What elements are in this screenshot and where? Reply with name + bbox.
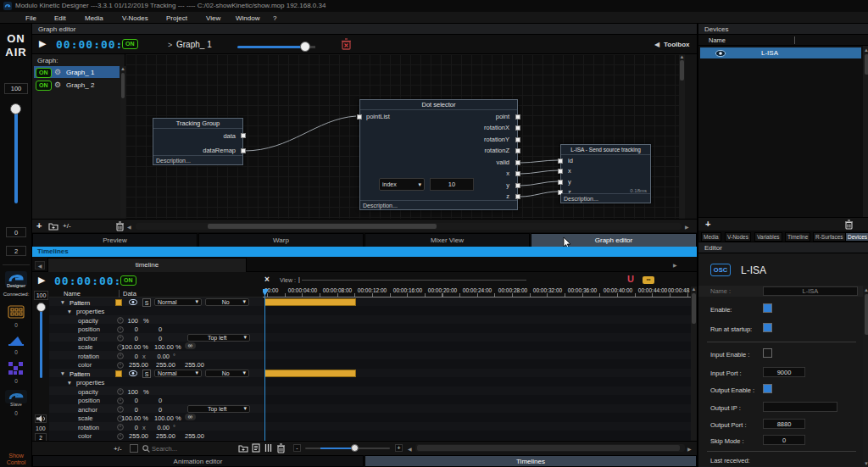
tree-open-icon[interactable]: ▾ [61,370,64,377]
input-port-x[interactable] [558,169,563,174]
tab-warp[interactable]: Warp [198,233,364,247]
add-device-button[interactable]: + [705,219,710,229]
tree-open-icon[interactable]: ▾ [68,308,71,315]
graph-delete-icon[interactable] [341,38,352,50]
scroll-up-icon[interactable]: ▲ [863,286,868,292]
track-group-row[interactable]: ▾ Pattern S Normal▾ No▾ [49,369,263,378]
tab-variables[interactable]: Variables [754,232,782,242]
node-dot-description[interactable]: Description... [360,200,517,209]
output-port-point[interactable] [515,114,520,120]
timeline-on-badge[interactable]: ON [120,275,136,286]
toolbox-collapse-icon[interactable]: ◀ [654,41,659,48]
timeline-fader-track[interactable] [40,306,42,378]
property-value-3[interactable]: 0.00 [153,424,170,431]
dot-mode-dropdown[interactable]: index ▾ [379,178,425,191]
graph-row-1-on-badge[interactable]: ON [36,68,52,78]
filter-checkbox[interactable] [130,444,138,453]
clip-pattern-2[interactable] [264,370,356,377]
track-subgroup-row[interactable]: ▾ properties [49,378,263,387]
tab-mixer-view[interactable]: Mixer View [364,233,530,247]
device-name[interactable]: L-ISA [761,49,778,57]
property-value-1[interactable]: 100.00 % [105,343,148,351]
output-port-dataremap[interactable] [241,148,246,153]
property-row-rotation[interactable]: rotation 0 x 0.00 ° [49,351,263,360]
speaker-icon[interactable] [36,414,47,423]
dot-index-value[interactable]: 10 [430,178,474,191]
scroll-down-icon[interactable]: ▼ [863,461,868,466]
graph-row-1-name[interactable]: Graph_ 1 [66,69,94,76]
timeline-vscroll-thumb[interactable] [692,293,696,324]
magnet-snap-icon[interactable]: U [627,274,634,284]
menu-media[interactable]: Media [85,14,103,22]
output-ip-value[interactable] [763,402,837,412]
blend-mode-dropdown[interactable]: Normal▾ [154,370,202,378]
trash-icon[interactable] [844,220,854,230]
property-row-opacity[interactable]: opacity 100 % [49,386,263,396]
track-group-row[interactable]: ▾ Pattern S Normal▾ No▾ [49,297,263,307]
property-value-3[interactable]: 255.00 [185,361,204,369]
property-row-opacity[interactable]: opacity 100 % [49,315,263,325]
input-port-y[interactable] [558,180,563,185]
property-value-1[interactable]: 0 [105,325,138,333]
enable-checkbox[interactable] [763,303,772,313]
devices-list[interactable]: L-ISA [698,46,863,217]
scroll-up-icon[interactable]: ▲ [679,54,685,59]
input-port-id[interactable] [558,158,563,164]
graph-speed-slider-knob[interactable] [300,42,310,52]
timeline-tabs-left-icon[interactable]: ◀ [35,261,45,270]
zoom-in-button[interactable]: + [395,444,403,452]
tracker-device-icon[interactable] [8,334,25,347]
property-value-1[interactable]: 0 [105,406,138,414]
fit-view-icon[interactable]: × [264,275,270,284]
property-row-position[interactable]: position 0 0 [49,396,263,405]
canvas-hscrollbar[interactable] [136,223,682,230]
node-lisa-description[interactable]: Description... [561,193,650,203]
clip-color-swatch[interactable] [115,299,122,306]
timeline-vscrollbar[interactable]: ▲ [691,286,697,441]
menu-help[interactable]: ? [273,14,276,22]
input-enable-checkbox[interactable] [763,348,772,358]
playhead-marker[interactable] [263,289,269,296]
master-fader-track[interactable] [14,108,18,203]
tab-timelines[interactable]: Timelines [364,455,697,467]
devices-vscrollbar[interactable]: ▲ [863,46,868,217]
search-input[interactable] [152,443,228,453]
timeline-fader-knob[interactable] [36,303,46,312]
timeline-content[interactable]: 00:00 00:00:04:00 00:00:08:00 00:00:12:0… [263,286,691,441]
anchor-dropdown[interactable]: Top left▾ [187,405,250,414]
columns-icon[interactable] [264,443,272,453]
graph-list-scroll-thumb[interactable] [121,73,125,98]
track-group-name[interactable]: Pattern [70,299,90,307]
node-canvas[interactable]: Tracking Group data dataRemap Descriptio… [125,54,685,219]
timeline-tabs-right-icon[interactable]: ▶ [673,262,677,268]
hscroll-left-icon[interactable]: ◀ [408,446,412,452]
property-value-2[interactable]: 255.00 [156,361,175,369]
tab-animation-editor[interactable]: Animation editor [32,455,364,467]
property-row-scale[interactable]: scale 100.00 % 100.00 % ∞ [49,342,263,352]
input-port-value[interactable]: 9000 [763,367,805,377]
property-value-1[interactable]: 100 [105,388,138,396]
menu-edit[interactable]: Edit [54,14,66,22]
tab-preview[interactable]: Preview [32,233,198,247]
output-port-valid[interactable] [515,160,520,165]
show-control-label[interactable]: Show Control [0,453,32,466]
property-value-3[interactable]: 0.00 [153,353,170,360]
graph-row-2-name[interactable]: Graph_ 2 [66,81,94,89]
node-dot-selector[interactable]: Dot selector pointList point rotationX r… [359,99,518,210]
notes-icon[interactable] [252,443,260,453]
output-port-rotationx[interactable] [515,125,520,131]
output-port-value[interactable]: 8880 [763,419,805,429]
time-ruler[interactable]: 00:00 00:00:04:00 00:00:08:00 00:00:12:0… [263,286,691,297]
solo-button[interactable]: S [142,298,151,307]
keypad-device-icon[interactable] [8,305,25,320]
hscroll-left-icon[interactable]: ◀ [127,224,131,230]
link-scale-icon[interactable]: ∞ [185,414,196,420]
input-port-pointlist[interactable] [357,114,362,120]
tab-graph-editor[interactable]: Graph editor [531,233,697,247]
track-group-name[interactable]: Pattern [70,370,90,378]
canvas-hscroll-thumb[interactable] [208,224,437,229]
flag-dropdown[interactable]: No▾ [205,298,249,307]
column-name[interactable]: Name [64,290,81,297]
toolbox-button[interactable]: Toolbox [664,41,690,48]
property-value-2[interactable]: 0 [154,335,166,342]
